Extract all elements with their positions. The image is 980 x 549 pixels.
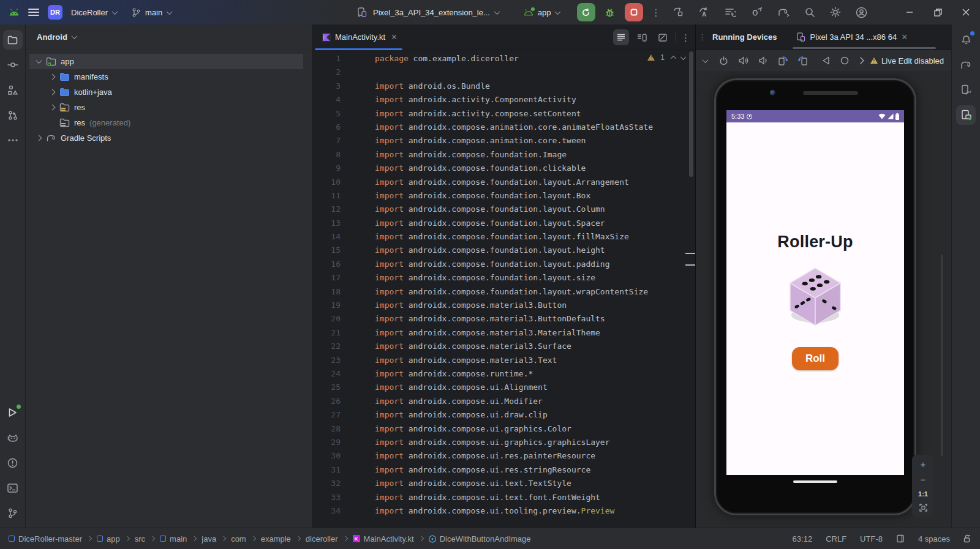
- main-menu-icon[interactable]: [28, 9, 39, 16]
- split-view-button[interactable]: [634, 29, 650, 45]
- home-button-icon[interactable]: [840, 56, 849, 65]
- breadcrumb-item[interactable]: KMainActivity.kt: [353, 534, 414, 543]
- editor-options-icon[interactable]: ⋮: [681, 33, 690, 42]
- close-tab-icon[interactable]: ✕: [901, 32, 908, 42]
- settings-gear-icon[interactable]: [830, 7, 841, 18]
- breadcrumb-item[interactable]: com: [231, 534, 246, 543]
- search-everywhere-icon[interactable]: [804, 7, 815, 18]
- inspection-widget[interactable]: 1: [647, 53, 685, 62]
- roll-button[interactable]: Roll: [792, 347, 839, 370]
- project-tool-button[interactable]: [3, 30, 23, 50]
- breadcrumb-item[interactable]: main: [160, 534, 187, 543]
- indent-setting[interactable]: 4 spaces: [918, 534, 950, 543]
- emulator-screen[interactable]: 5:33 Roller-Up: [726, 110, 904, 475]
- editor-scrollbar[interactable]: [689, 51, 693, 177]
- close-tab-icon[interactable]: ✕: [391, 32, 398, 42]
- attach-debugger-icon[interactable]: [751, 7, 763, 18]
- editor-tab-mainactivity[interactable]: MainActivity.kt ✕: [312, 24, 405, 50]
- clock-icon: [747, 114, 752, 119]
- power-button-icon[interactable]: [719, 56, 728, 65]
- line-number: 10: [312, 176, 341, 189]
- debug-button[interactable]: [601, 7, 619, 18]
- reader-mode-icon[interactable]: [896, 534, 905, 543]
- terminal-tool-button[interactable]: [3, 478, 23, 498]
- pull-requests-tool-button[interactable]: [3, 105, 23, 125]
- unlock-icon[interactable]: [963, 534, 971, 543]
- notifications-bell-icon[interactable]: [956, 30, 976, 50]
- problems-tool-button[interactable]: [3, 453, 23, 472]
- volume-up-icon[interactable]: [739, 56, 748, 65]
- tree-item-gradle-scripts[interactable]: Gradle Scripts: [26, 130, 312, 146]
- device-tab-pixel3a[interactable]: Pixel 3a API 34 ...x86 64 ✕: [793, 24, 911, 50]
- tree-item-app[interactable]: app: [26, 54, 312, 69]
- git-tool-button[interactable]: [3, 503, 23, 523]
- device-sync-icon[interactable]: [725, 7, 736, 17]
- more-run-options-icon[interactable]: ⋮: [652, 8, 661, 17]
- line-number: 31: [312, 463, 341, 477]
- fit-to-window-icon[interactable]: [919, 504, 927, 512]
- next-problem-icon[interactable]: [680, 54, 687, 60]
- breadcrumb-item[interactable]: example: [261, 534, 291, 543]
- tree-item-label: manifests: [74, 72, 108, 81]
- tree-chevron-icon[interactable]: [49, 75, 55, 79]
- gradle-sync-icon[interactable]: [777, 7, 790, 17]
- cursor-position[interactable]: 63:12: [793, 534, 813, 543]
- tree-chevron-icon[interactable]: [36, 59, 42, 64]
- collapse-panel-icon[interactable]: [703, 57, 709, 63]
- chevron-down-icon: [554, 9, 560, 15]
- rotate-left-icon[interactable]: [778, 56, 788, 65]
- build-hammer-icon[interactable]: [673, 7, 684, 18]
- tree-item-res[interactable]: res(generated): [26, 115, 312, 130]
- commit-tool-button[interactable]: [3, 55, 23, 75]
- stop-button[interactable]: [625, 3, 643, 21]
- code-editor[interactable]: 1package com.example.diceroller23import …: [312, 50, 695, 528]
- rotate-right-icon[interactable]: [798, 56, 808, 65]
- logcat-tool-button[interactable]: [3, 428, 23, 447]
- file-encoding[interactable]: UTF-8: [860, 534, 883, 543]
- live-edit-status[interactable]: Live Edit disabled: [870, 56, 944, 65]
- zoom-out-button[interactable]: −: [921, 475, 926, 484]
- restore-window-button[interactable]: [924, 0, 952, 24]
- tree-item-res[interactable]: res: [26, 100, 312, 115]
- tree-chevron-icon[interactable]: [49, 105, 55, 110]
- zoom-in-button[interactable]: +: [921, 460, 926, 469]
- tree-chevron-icon[interactable]: [49, 90, 55, 94]
- back-button-icon[interactable]: [822, 56, 830, 65]
- apply-changes-icon[interactable]: A: [698, 7, 710, 18]
- gradle-tool-button[interactable]: [956, 55, 976, 75]
- run-tool-button[interactable]: [3, 403, 23, 422]
- device-manager-tool-button[interactable]: [956, 80, 976, 100]
- project-view-selector[interactable]: Android: [37, 32, 67, 42]
- account-profile-icon[interactable]: [856, 7, 867, 18]
- close-window-button[interactable]: [952, 0, 980, 24]
- volume-down-icon[interactable]: [759, 56, 767, 65]
- rerun-button[interactable]: [577, 3, 595, 21]
- tree-item-kotlin-java[interactable]: kotlin+java: [26, 84, 312, 100]
- tree-chevron-icon[interactable]: [36, 136, 42, 140]
- project-selector[interactable]: DiceRoller: [71, 8, 117, 17]
- tree-item-manifests[interactable]: manifests: [26, 69, 312, 84]
- more-tool-windows-button[interactable]: [3, 130, 23, 150]
- line-number: 4: [312, 93, 341, 106]
- structure-tool-button[interactable]: [3, 80, 23, 100]
- run-configuration-selector[interactable]: app: [524, 8, 560, 17]
- breadcrumb-item[interactable]: src: [135, 534, 145, 543]
- run-target-selector[interactable]: Pixel_3a_API_34_extension_le...: [373, 8, 499, 17]
- prev-problem-icon[interactable]: [671, 55, 677, 61]
- breadcrumb-item[interactable]: DiceWithButtonAndImage: [429, 534, 531, 543]
- running-devices-tool-button[interactable]: [956, 105, 976, 125]
- gesture-navigation-pill[interactable]: [793, 480, 837, 483]
- device-panel-scrollbar[interactable]: [941, 255, 943, 457]
- breadcrumb-item[interactable]: diceroller: [306, 534, 338, 543]
- minimize-button[interactable]: [895, 0, 924, 24]
- breadcrumb-item[interactable]: app: [97, 534, 120, 543]
- breadcrumb-item[interactable]: java: [202, 534, 216, 543]
- code-view-button[interactable]: [613, 29, 629, 45]
- dice-image[interactable]: [781, 260, 850, 331]
- vcs-branch-selector[interactable]: main: [132, 8, 172, 17]
- breadcrumb-item[interactable]: DiceRoller-master: [9, 534, 82, 543]
- overview-button-icon[interactable]: [859, 56, 865, 65]
- line-separator[interactable]: CRLF: [826, 534, 846, 543]
- zoom-ratio-label[interactable]: 1:1: [918, 490, 928, 498]
- design-view-button[interactable]: [655, 29, 671, 45]
